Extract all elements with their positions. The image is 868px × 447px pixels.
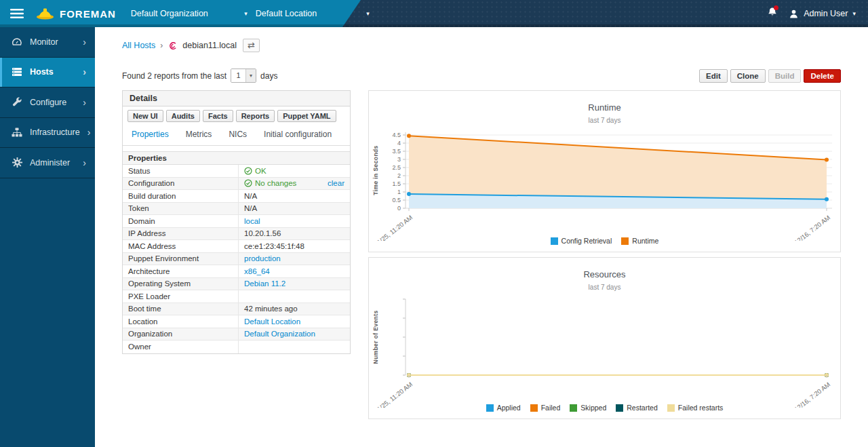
svg-text:1: 1 xyxy=(397,189,401,195)
legend-item-applied: Applied xyxy=(486,404,521,412)
server-icon xyxy=(12,67,22,77)
sidebar-item-label: Hosts xyxy=(30,67,54,77)
top-navbar: FOREMAN Default Organization ▾ Default L… xyxy=(0,0,868,27)
breadcrumb-all-hosts-link[interactable]: All Hosts xyxy=(122,41,155,50)
sidebar-item-hosts[interactable]: Hosts› xyxy=(0,58,95,88)
brand-name: FOREMAN xyxy=(60,8,116,20)
properties-table: Properties StatusOKConfigurationNo chang… xyxy=(123,151,350,353)
resources-chart-plot: 11/25, 11:20 AM12/16, 7:20 AMNumber of E… xyxy=(369,294,840,408)
sidebar-nav: Monitor›Hosts›Configure›Infrastructure›A… xyxy=(0,27,95,447)
property-label: MAC Address xyxy=(123,240,238,252)
property-value-link[interactable]: Default Location xyxy=(244,317,300,326)
details-panel-title: Details xyxy=(123,91,350,106)
legend-label: Restarted xyxy=(627,404,658,412)
breadcrumb-separator: › xyxy=(160,41,163,50)
property-value: ce:e1:23:45:1f:48 xyxy=(244,242,304,250)
reports-button[interactable]: Reports xyxy=(236,110,275,122)
property-row-boot-time: Boot time42 minutes ago xyxy=(123,303,350,316)
svg-text:1.5: 1.5 xyxy=(392,180,401,187)
reports-found-text: Found 2 reports from the last xyxy=(122,71,226,81)
legend-label: Runtime xyxy=(632,237,658,245)
details-button-row: New UIAuditsFactsReportsPuppet YAML xyxy=(123,106,350,125)
property-row-status: StatusOK xyxy=(123,165,350,178)
user-icon xyxy=(789,9,799,19)
property-value-link[interactable]: x86_64 xyxy=(244,267,270,275)
facts-button[interactable]: Facts xyxy=(203,110,233,122)
property-label: Configuration xyxy=(123,178,238,190)
property-value-link[interactable]: local xyxy=(244,217,260,225)
edit-button[interactable]: Edit xyxy=(699,69,728,83)
host-switcher-button[interactable]: ⇄ xyxy=(243,39,260,52)
notifications-button[interactable] xyxy=(767,7,778,20)
legend-item-restarted: Restarted xyxy=(616,404,658,412)
tab-initial-configuration[interactable]: Initial configuration xyxy=(264,130,332,139)
breadcrumb-host-name: debian11.local xyxy=(182,41,237,50)
new-ui-button[interactable]: New UI xyxy=(127,110,163,122)
property-label: Boot time xyxy=(123,303,238,315)
tab-nics[interactable]: NICs xyxy=(229,130,247,139)
breadcrumb: All Hosts › debian11.local ⇄ xyxy=(122,37,841,54)
organization-dropdown[interactable]: Default Organization ▾ xyxy=(131,9,248,18)
svg-text:Number of Events: Number of Events xyxy=(372,310,379,364)
sidebar-item-infrastructure[interactable]: Infrastructure› xyxy=(0,118,95,149)
property-row-organization: OrganizationDefault Organization xyxy=(123,328,350,341)
main-content: All Hosts › debian11.local ⇄ Found 2 rep… xyxy=(95,27,868,447)
property-label: Location xyxy=(123,315,238,328)
property-label: Build duration xyxy=(123,190,238,202)
audits-button[interactable]: Audits xyxy=(166,110,200,122)
chevron-right-icon: › xyxy=(87,127,91,138)
legend-label: Applied xyxy=(497,404,521,412)
svg-text:0: 0 xyxy=(397,205,401,212)
user-menu-label: Admin User xyxy=(804,9,848,18)
property-row-ip-address: IP Address10.20.1.56 xyxy=(123,228,350,241)
property-value-link[interactable]: Debian 11.2 xyxy=(244,279,285,288)
runtime-chart-panel: Runtime last 7 days 00.511.522.533.544.5… xyxy=(368,90,841,252)
legend-swatch xyxy=(621,237,629,245)
foreman-logo: FOREMAN xyxy=(36,7,116,20)
property-value-link[interactable]: Default Organization xyxy=(244,330,315,338)
svg-text:4: 4 xyxy=(397,140,401,147)
user-menu[interactable]: Admin User ▾ xyxy=(789,9,856,19)
property-value: N/A xyxy=(244,204,257,212)
legend-swatch xyxy=(551,237,558,245)
reports-filter-bar: Found 2 reports from the last 1 ▾ days E… xyxy=(122,69,841,83)
resources-chart-title: Resources xyxy=(369,269,840,279)
puppet-yaml-button[interactable]: Puppet YAML xyxy=(277,110,336,122)
legend-item-config-retrieval: Config Retrieval xyxy=(551,237,612,245)
delete-button[interactable]: Delete xyxy=(804,69,841,83)
tab-metrics[interactable]: Metrics xyxy=(186,130,212,139)
legend-item-skipped: Skipped xyxy=(570,404,606,412)
sidebar-item-label: Administer xyxy=(30,158,70,168)
svg-text:3: 3 xyxy=(397,156,401,163)
svg-text:2.5: 2.5 xyxy=(392,164,401,171)
runtime-chart-plot: 00.511.522.533.544.511/25, 11:20 AM12/16… xyxy=(369,127,840,241)
property-row-operating-system: Operating SystemDebian 11.2 xyxy=(123,278,350,291)
days-select[interactable]: 1 ▾ xyxy=(231,69,256,83)
tab-properties[interactable]: Properties xyxy=(132,130,169,139)
sidebar-item-label: Monitor xyxy=(30,37,58,47)
svg-text:Time in Seconds: Time in Seconds xyxy=(372,145,379,195)
clear-link[interactable]: clear xyxy=(328,179,344,187)
property-value-link[interactable]: production xyxy=(244,254,281,263)
property-label: Organization xyxy=(123,328,238,341)
sidebar-item-configure[interactable]: Configure› xyxy=(0,88,95,118)
sidebar-item-administer[interactable]: Administer› xyxy=(0,148,95,178)
property-row-configuration: ConfigurationNo changesclear xyxy=(123,178,350,191)
sidebar-item-monitor[interactable]: Monitor› xyxy=(0,27,95,58)
legend-label: Failed restarts xyxy=(678,404,724,412)
chevron-down-icon: ▾ xyxy=(244,10,248,17)
property-value: 42 minutes ago xyxy=(244,305,298,313)
svg-text:2: 2 xyxy=(397,172,401,179)
property-row-mac-address: MAC Addressce:e1:23:45:1f:48 xyxy=(123,240,350,253)
legend-item-failed: Failed xyxy=(530,404,561,412)
sidebar-item-label: Configure xyxy=(30,98,66,107)
clone-button[interactable]: Clone xyxy=(730,69,766,83)
location-dropdown[interactable]: Default Location ▾ xyxy=(256,9,370,18)
runtime-chart-title: Runtime xyxy=(369,102,840,113)
property-label: IP Address xyxy=(123,228,238,240)
sitemap-icon xyxy=(12,128,22,137)
build-button[interactable]: Build xyxy=(768,69,802,83)
days-select-value: 1 xyxy=(231,69,245,82)
details-tabs: PropertiesMetricsNICsInitial configurati… xyxy=(123,125,350,146)
hamburger-menu-icon[interactable] xyxy=(10,8,24,19)
